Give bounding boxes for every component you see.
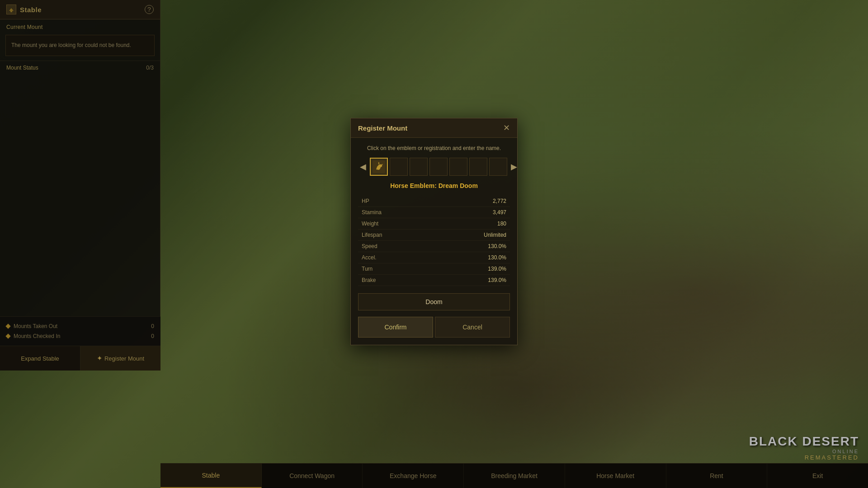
stat-row-7: Brake 139.0% — [358, 275, 510, 286]
stat-value-3: Unlimited — [431, 230, 510, 241]
stat-row-2: Weight 180 — [358, 218, 510, 230]
emblem-prev-button[interactable]: ◀ — [358, 162, 368, 172]
confirm-button[interactable]: Confirm — [358, 317, 433, 338]
modal-header: Register Mount ✕ — [351, 118, 517, 138]
stat-value-2: 180 — [431, 218, 510, 230]
stat-value-4: 130.0% — [431, 241, 510, 252]
mount-name-input[interactable] — [358, 293, 510, 310]
stat-label-6: Turn — [358, 263, 431, 275]
modal-overlay: Register Mount ✕ Click on the emblem or … — [0, 0, 868, 488]
stat-row-0: HP 2,772 — [358, 196, 510, 207]
emblem-slot-4[interactable] — [449, 158, 467, 176]
stats-table: HP 2,772 Stamina 3,497 Weight 180 Lifesp… — [358, 196, 510, 286]
stat-row-5: Accel. 130.0% — [358, 252, 510, 263]
stat-value-1: 3,497 — [431, 207, 510, 218]
stat-row-4: Speed 130.0% — [358, 241, 510, 252]
modal-close-button[interactable]: ✕ — [503, 124, 510, 132]
emblem-slot-1[interactable] — [390, 158, 408, 176]
horse-emblem-name: Horse Emblem: Dream Doom — [358, 182, 510, 189]
emblem-slot-5[interactable] — [469, 158, 487, 176]
stat-label-0: HP — [358, 196, 431, 207]
stat-label-5: Accel. — [358, 252, 431, 263]
stat-row-1: Stamina 3,497 — [358, 207, 510, 218]
emblem-selector-row: ◀ — [358, 158, 510, 176]
stat-value-0: 2,772 — [431, 196, 510, 207]
emblem-slot-2[interactable] — [410, 158, 428, 176]
stat-label-1: Stamina — [358, 207, 431, 218]
emblem-slot-0[interactable] — [370, 158, 388, 176]
modal-buttons: Confirm Cancel — [358, 317, 510, 338]
emblem-slot-6[interactable] — [489, 158, 507, 176]
modal-instruction: Click on the emblem or registration and … — [358, 145, 510, 151]
stat-label-4: Speed — [358, 241, 431, 252]
emblem-slots — [370, 158, 507, 176]
stat-value-5: 130.0% — [431, 252, 510, 263]
emblem-horse-icon — [373, 160, 385, 173]
register-mount-modal: Register Mount ✕ Click on the emblem or … — [350, 118, 518, 345]
emblem-next-button[interactable]: ▶ — [509, 162, 519, 172]
modal-body: Click on the emblem or registration and … — [351, 138, 517, 345]
stat-label-2: Weight — [358, 218, 431, 230]
stat-value-6: 139.0% — [431, 263, 510, 275]
stat-value-7: 139.0% — [431, 275, 510, 286]
stat-label-3: Lifespan — [358, 230, 431, 241]
cancel-button[interactable]: Cancel — [435, 317, 510, 338]
stat-label-7: Brake — [358, 275, 431, 286]
stat-row-3: Lifespan Unlimited — [358, 230, 510, 241]
stat-row-6: Turn 139.0% — [358, 263, 510, 275]
emblem-slot-3[interactable] — [429, 158, 448, 176]
modal-title: Register Mount — [358, 124, 407, 132]
